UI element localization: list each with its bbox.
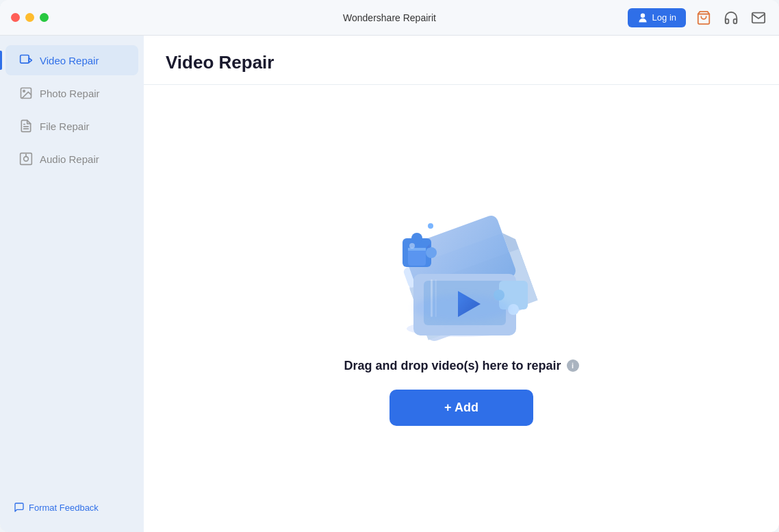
svg-point-20: [411, 233, 422, 244]
photo-repair-icon: [19, 86, 33, 100]
close-button[interactable]: [11, 13, 20, 22]
sidebar-item-file-repair[interactable]: File Repair: [5, 111, 138, 141]
drag-drop-text: Drag and drop video(s) here to repair i: [344, 359, 578, 373]
sidebar-item-label: Audio Repair: [40, 153, 99, 165]
sidebar-bottom: Format Feedback: [0, 491, 144, 524]
mail-icon: [751, 10, 766, 25]
cart-icon: [696, 10, 711, 25]
svg-point-25: [508, 304, 519, 315]
app-window: Wondershare Repairit Log in: [0, 0, 779, 532]
video-illustration: [372, 192, 550, 342]
maximize-button[interactable]: [40, 13, 49, 22]
sidebar-item-label: File Repair: [40, 121, 90, 132]
info-icon[interactable]: i: [567, 359, 579, 372]
video-repair-icon: [19, 53, 33, 67]
traffic-lights: [11, 13, 49, 22]
sidebar-item-photo-repair[interactable]: Photo Repair: [5, 78, 138, 108]
svg-point-4: [23, 90, 25, 92]
page-title: Video Repair: [166, 52, 757, 73]
mail-button[interactable]: [749, 8, 768, 27]
add-button[interactable]: + Add: [390, 390, 533, 426]
svg-point-31: [409, 243, 415, 249]
sidebar: Video Repair Photo Repair: [0, 36, 144, 532]
content-area: Video Repair: [144, 36, 779, 532]
titlebar: Wondershare Repairit Log in: [0, 0, 779, 36]
user-icon: [637, 12, 648, 23]
cart-button[interactable]: [694, 8, 713, 27]
sidebar-item-video-repair[interactable]: Video Repair: [5, 45, 138, 75]
audio-repair-icon: [19, 152, 33, 166]
feedback-label: Format Feedback: [29, 503, 99, 513]
svg-point-22: [428, 223, 433, 229]
titlebar-actions: Log in: [628, 8, 768, 27]
add-button-label: + Add: [444, 401, 478, 415]
app-title: Wondershare Repairit: [343, 12, 436, 23]
feedback-icon: [14, 502, 25, 513]
svg-marker-2: [29, 58, 31, 63]
sidebar-item-label: Photo Repair: [40, 88, 100, 99]
svg-point-21: [426, 247, 437, 258]
sidebar-item-audio-repair[interactable]: Audio Repair: [5, 144, 138, 174]
content-header: Video Repair: [144, 36, 779, 85]
sidebar-item-label: Video Repair: [40, 55, 99, 66]
headphones-icon: [724, 10, 739, 25]
svg-point-8: [24, 157, 29, 162]
format-feedback-link[interactable]: Format Feedback: [14, 502, 130, 513]
drag-drop-label: Drag and drop video(s) here to repair: [344, 359, 561, 373]
support-button[interactable]: [721, 8, 741, 27]
file-repair-icon: [19, 119, 33, 133]
svg-marker-27: [408, 248, 426, 251]
video-repair-illustration: [372, 192, 550, 342]
login-button[interactable]: Log in: [628, 8, 686, 27]
main-layout: Video Repair Photo Repair: [0, 36, 779, 532]
minimize-button[interactable]: [25, 13, 34, 22]
svg-rect-1: [21, 55, 29, 64]
svg-point-32: [413, 294, 509, 322]
login-label: Log in: [652, 12, 676, 23]
content-body: Drag and drop video(s) here to repair i …: [144, 85, 779, 532]
